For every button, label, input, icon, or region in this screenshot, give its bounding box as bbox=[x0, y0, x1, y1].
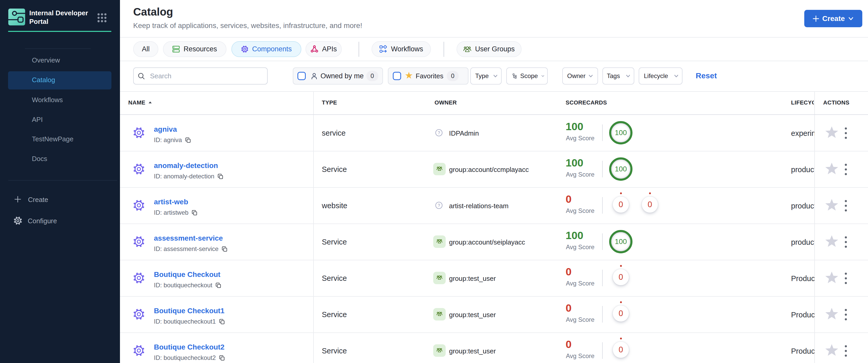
svg-text:?: ? bbox=[438, 203, 440, 208]
svg-text:?: ? bbox=[438, 131, 440, 135]
